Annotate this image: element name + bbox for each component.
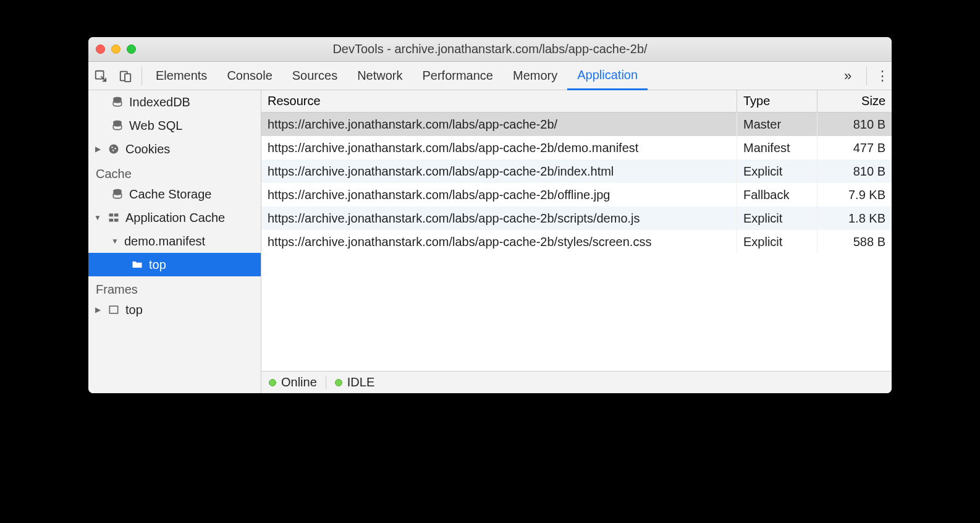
table-row[interactable]: https://archive.jonathanstark.com/labs/a… (261, 206, 892, 230)
cell-type: Explicit (737, 159, 817, 183)
sidebar-item-top-frame[interactable]: top (88, 253, 261, 276)
database-icon (111, 188, 124, 200)
status-divider (326, 376, 326, 389)
cell-size: 810 B (817, 113, 892, 136)
database-icon (111, 119, 124, 132)
appcache-icon (107, 211, 120, 224)
cell-resource: https://archive.jonathanstark.com/labs/a… (261, 183, 737, 206)
appcache-panel: Resource Type Size https://archive.jonat… (261, 90, 892, 393)
cell-type: Fallback (737, 183, 817, 206)
collapse-icon[interactable]: ▼ (111, 237, 119, 245)
column-header-size[interactable]: Size (817, 90, 892, 112)
folder-icon (130, 258, 144, 271)
panel-tabs: Elements Console Sources Network Perform… (146, 62, 835, 90)
tab-application[interactable]: Application (567, 62, 648, 90)
status-idle-label: IDLE (347, 375, 374, 389)
sidebar-item-label: Web SQL (129, 119, 182, 133)
device-toolbar-icon[interactable] (113, 69, 138, 83)
panel-body: IndexedDB Web SQL ▶ Cookies Cache (88, 90, 892, 393)
resource-grid: Resource Type Size https://archive.jonat… (261, 90, 892, 371)
table-row[interactable]: https://archive.jonathanstark.com/labs/a… (261, 136, 892, 159)
sidebar-item-appcache[interactable]: ▼ Application Cache (88, 206, 261, 229)
titlebar: DevTools - archive.jonathanstark.com/lab… (88, 37, 892, 62)
cell-type: Manifest (737, 136, 817, 159)
cell-resource: https://archive.jonathanstark.com/labs/a… (261, 159, 737, 183)
sidebar-item-indexeddb[interactable]: IndexedDB (88, 90, 261, 114)
status-idle: IDLE (335, 375, 374, 389)
sidebar-item-cookies[interactable]: ▶ Cookies (88, 137, 261, 161)
cell-resource: https://archive.jonathanstark.com/labs/a… (261, 230, 737, 253)
collapse-icon[interactable]: ▼ (93, 213, 102, 222)
sidebar-item-label: demo.manifest (124, 234, 205, 249)
tab-sources[interactable]: Sources (282, 62, 347, 90)
sidebar-item-label: top (149, 258, 166, 272)
column-header-resource[interactable]: Resource (261, 90, 737, 112)
cell-size: 477 B (817, 136, 892, 159)
cookie-icon (107, 143, 120, 155)
tab-memory[interactable]: Memory (503, 62, 567, 90)
sidebar-section-cache: Cache (88, 161, 261, 182)
inspect-element-icon[interactable] (88, 69, 113, 83)
application-sidebar: IndexedDB Web SQL ▶ Cookies Cache (88, 90, 261, 393)
expand-icon[interactable]: ▶ (93, 145, 102, 153)
window-title: DevTools - archive.jonathanstark.com/lab… (88, 42, 892, 56)
idle-indicator-icon (335, 379, 342, 386)
toolbar-divider (142, 67, 142, 85)
table-row[interactable]: https://archive.jonathanstark.com/labs/a… (261, 159, 892, 183)
toolbar-divider (866, 67, 867, 85)
status-bar: Online IDLE (261, 371, 892, 393)
tab-network[interactable]: Network (347, 62, 412, 90)
table-row[interactable]: https://archive.jonathanstark.com/labs/a… (261, 230, 892, 253)
cell-size: 7.9 KB (817, 183, 892, 206)
frame-icon (107, 304, 120, 316)
svg-rect-10 (109, 213, 114, 216)
cell-size: 810 B (817, 159, 892, 183)
svg-rect-13 (114, 219, 119, 222)
cell-size: 1.8 KB (817, 206, 892, 230)
svg-point-5 (109, 145, 119, 154)
grid-header-row: Resource Type Size (261, 90, 892, 113)
tab-elements[interactable]: Elements (146, 62, 217, 90)
sidebar-item-label: Cookies (125, 142, 170, 156)
status-online-label: Online (281, 375, 317, 389)
cell-resource: https://archive.jonathanstark.com/labs/a… (261, 136, 737, 159)
sidebar-item-manifest[interactable]: ▼ demo.manifest (88, 229, 261, 253)
sidebar-section-frames: Frames (88, 276, 261, 298)
table-row[interactable]: https://archive.jonathanstark.com/labs/a… (261, 183, 892, 206)
svg-rect-14 (109, 306, 117, 313)
sidebar-item-websql[interactable]: Web SQL (88, 114, 261, 137)
svg-point-8 (112, 150, 114, 151)
tab-performance[interactable]: Performance (413, 62, 504, 90)
svg-rect-12 (109, 219, 114, 222)
expand-icon[interactable]: ▶ (93, 305, 102, 314)
sidebar-item-label: IndexedDB (129, 95, 190, 109)
sidebar-item-cachestorage[interactable]: Cache Storage (88, 182, 261, 206)
svg-rect-11 (114, 213, 119, 216)
column-header-type[interactable]: Type (737, 90, 817, 112)
cell-type: Master (737, 113, 817, 136)
svg-point-7 (114, 148, 116, 150)
database-icon (111, 96, 124, 108)
tabs-overflow-icon[interactable]: » (835, 68, 860, 84)
svg-point-6 (111, 147, 113, 148)
devtools-window: DevTools - archive.jonathanstark.com/lab… (88, 37, 892, 393)
cell-type: Explicit (737, 230, 817, 253)
settings-menu-icon[interactable]: ⋮ (873, 68, 892, 84)
status-online: Online (269, 375, 317, 389)
table-row[interactable]: https://archive.jonathanstark.com/labs/a… (261, 113, 892, 136)
sidebar-item-label: Cache Storage (129, 187, 211, 202)
toolbar: Elements Console Sources Network Perform… (88, 62, 892, 90)
sidebar-item-label: top (125, 303, 143, 317)
cell-size: 588 B (817, 230, 892, 253)
tab-console[interactable]: Console (217, 62, 282, 90)
sidebar-item-frames-top[interactable]: ▶ top (88, 298, 261, 321)
sidebar-item-label: Application Cache (125, 211, 225, 225)
online-indicator-icon (269, 379, 276, 386)
svg-rect-2 (125, 74, 130, 82)
cell-resource: https://archive.jonathanstark.com/labs/a… (261, 206, 737, 230)
grid-body: https://archive.jonathanstark.com/labs/a… (261, 113, 892, 253)
cell-resource: https://archive.jonathanstark.com/labs/a… (261, 113, 737, 136)
cell-type: Explicit (737, 206, 817, 230)
